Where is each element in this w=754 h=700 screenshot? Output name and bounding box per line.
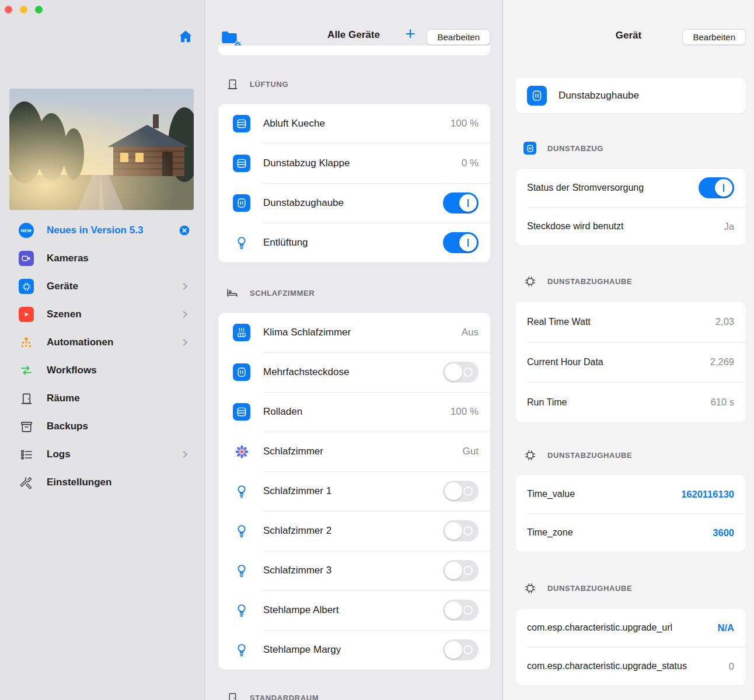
sidebar-item-neues-in-version[interactable]: NEW Neues in Version 5.3 [0, 216, 204, 244]
characteristic-row[interactable]: Run Time 610 s [515, 382, 746, 422]
air-quality-icon [233, 443, 250, 460]
schlafzimmer-card: Klima Schlafzimmer Aus Mehrfachsteckdose… [218, 313, 490, 670]
device-row[interactable]: Schlafzimmer 1 [218, 471, 490, 511]
toggle-switch[interactable] [443, 192, 479, 214]
dunstabzughaube-card-3: com.esp.characteristic.upgrade_url N/A c… [515, 608, 746, 685]
device-row[interactable]: Stehlampe Margy [218, 630, 490, 670]
scrolled-card-edge [218, 46, 490, 55]
bulb-icon [233, 522, 250, 540]
toggle-switch[interactable] [443, 600, 479, 621]
bed-icon [226, 286, 239, 299]
chevron-right-icon [180, 337, 190, 348]
scenes-play-icon [19, 307, 34, 322]
device-list-panel: Alle Geräte + Bearbeiten LÜFTUNG Abluft … [204, 0, 503, 700]
sidebar-item-szenen[interactable]: Szenen [0, 300, 204, 328]
section-header-standardraum: STANDARDRAUM [226, 691, 319, 700]
device-name: Dunstabzughaube [558, 90, 639, 102]
device-row[interactable]: Klima Schlafzimmer Aus [218, 313, 490, 352]
chip-icon [19, 279, 34, 294]
device-row[interactable]: Schlafzimmer 2 [218, 511, 490, 551]
lueftung-card: Abluft Kueche 100 % Dunstabzug Klappe 0 … [218, 104, 490, 262]
sidebar-item-kameras[interactable]: Kameras [0, 244, 204, 272]
characteristic-row[interactable]: Time_zone 3600 [515, 513, 746, 552]
outlet-icon [233, 363, 250, 381]
device-row[interactable]: Dunstabzug Klappe 0 % [218, 144, 490, 183]
bulb-icon [233, 641, 250, 659]
chevron-right-icon [180, 281, 190, 292]
workflow-arrows-icon [19, 363, 34, 378]
sidebar-item-einstellungen[interactable]: Einstellungen [0, 468, 204, 496]
toggle-switch[interactable] [443, 639, 479, 660]
bulb-icon [233, 601, 250, 619]
characteristic-row[interactable]: Current Hour Data 2,269 [515, 342, 746, 382]
toggle-switch[interactable] [443, 481, 479, 502]
dunstabzughaube-card-2: Time_value 1620116130 Time_zone 3600 [515, 475, 746, 552]
characteristic-row[interactable]: Time_value 1620116130 [515, 475, 746, 513]
sidebar-menu: NEW Neues in Version 5.3 Kameras Geräte … [0, 216, 204, 496]
section-header-dunstabzughaube-1: DUNSTABZUGHAUBE [523, 274, 632, 288]
sidebar: NEW Neues in Version 5.3 Kameras Geräte … [0, 0, 204, 700]
sidebar-item-geraete[interactable]: Geräte [0, 272, 204, 300]
sidebar-item-automationen[interactable]: Automationen [0, 328, 204, 356]
device-summary-card[interactable]: Dunstabzughaube [515, 78, 746, 113]
toggle-switch[interactable] [443, 362, 479, 383]
archive-box-icon [19, 419, 34, 434]
characteristic-row[interactable]: com.esp.characteristic.upgrade_status 0 [515, 647, 746, 685]
list-icon [19, 447, 34, 462]
characteristic-row[interactable]: Status der Stromversorgung [515, 169, 746, 207]
device-detail-panel: Gerät Bearbeiten Dunstabzughaube DUNSTAB… [503, 0, 754, 700]
section-header-schlafzimmer: SCHLAFZIMMER [226, 286, 315, 300]
device-row[interactable]: Dunstabzughaube [218, 183, 490, 223]
toggle-switch[interactable] [443, 232, 479, 253]
device-row[interactable]: Rolladen 100 % [218, 392, 490, 432]
section-header-lueftung: LÜFTUNG [226, 77, 288, 91]
edit-button[interactable]: Bearbeiten [427, 29, 490, 45]
characteristic-row[interactable]: com.esp.characteristic.upgrade_url N/A [515, 608, 746, 647]
characteristic-row[interactable]: Real Time Watt 2,03 [515, 302, 746, 342]
edit-button[interactable]: Bearbeiten [682, 29, 746, 45]
device-row[interactable]: Abluft Kueche 100 % [218, 104, 490, 144]
blinds-icon [233, 115, 250, 132]
section-header-dunstabzug: DUNSTABZUG [523, 141, 603, 155]
window-close-button[interactable] [5, 6, 12, 13]
bulb-icon [233, 562, 250, 579]
device-row[interactable]: Schlafzimmer 3 [218, 551, 490, 590]
outlet-icon [233, 194, 250, 212]
device-row[interactable]: Stehlampe Albert [218, 590, 490, 630]
outlet-icon [527, 86, 547, 106]
device-row[interactable]: Schlafzimmer Gut [218, 432, 490, 471]
home-photo [9, 89, 194, 210]
toggle-switch[interactable] [699, 177, 734, 198]
characteristic-row[interactable]: Steckdose wird benutzt Ja [515, 207, 746, 246]
door-icon [226, 78, 239, 90]
door-icon [19, 391, 34, 406]
climate-icon [233, 324, 250, 341]
tools-icon [19, 475, 34, 490]
sidebar-item-raeume[interactable]: Räume [0, 384, 204, 412]
automation-icon [19, 335, 34, 350]
window-minimize-button[interactable] [20, 6, 27, 13]
sidebar-item-backups[interactable]: Backups [0, 412, 204, 440]
bulb-icon [233, 234, 250, 251]
dunstabzughaube-card-1: Real Time Watt 2,03 Current Hour Data 2,… [515, 302, 746, 422]
blinds-icon [233, 155, 250, 172]
section-header-dunstabzughaube-2: DUNSTABZUGHAUBE [523, 448, 632, 462]
sidebar-item-logs[interactable]: Logs [0, 440, 204, 468]
window-zoom-button[interactable] [35, 6, 43, 13]
add-button[interactable]: + [401, 23, 420, 44]
new-badge-icon: NEW [19, 223, 34, 238]
blinds-icon [233, 403, 250, 421]
close-circle-icon[interactable] [179, 225, 190, 236]
toggle-switch[interactable] [443, 520, 479, 541]
chevron-right-icon [180, 309, 190, 320]
dunstabzug-card: Status der Stromversorgung Steckdose wir… [515, 169, 746, 246]
device-row[interactable]: Entlüftung [218, 223, 490, 262]
door-icon [226, 691, 239, 700]
chevron-right-icon [180, 449, 190, 460]
toggle-switch[interactable] [443, 560, 479, 581]
device-row[interactable]: Mehrfachsteckdose [218, 352, 490, 392]
sidebar-item-workflows[interactable]: Workflows [0, 356, 204, 384]
home-icon[interactable] [177, 29, 194, 45]
bulb-icon [233, 482, 250, 500]
chip-icon [523, 275, 536, 288]
